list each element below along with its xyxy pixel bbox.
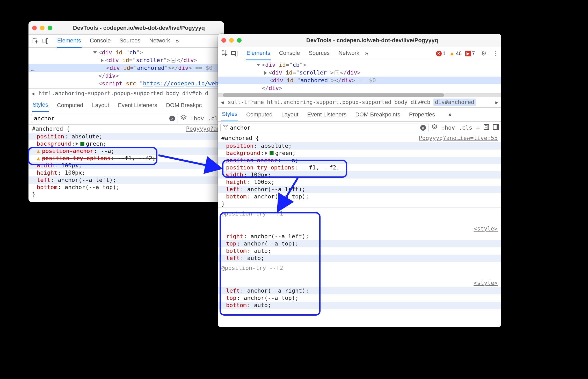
breadcrumb-item[interactable]: html.anchoring-support.popup-supported xyxy=(39,90,163,96)
tab-console[interactable]: Console xyxy=(89,34,111,48)
tab-network[interactable]: Network xyxy=(149,34,171,48)
zoom-icon[interactable] xyxy=(237,38,242,43)
styles-pane[interactable]: #anchored { Pogyyyq?ano…iew=live:55 posi… xyxy=(218,134,501,309)
color-swatch[interactable] xyxy=(80,142,84,146)
warning-icon: ▲ xyxy=(37,147,40,155)
tab-sources[interactable]: Sources xyxy=(119,34,141,48)
tab-sources[interactable]: Sources xyxy=(308,47,330,60)
main-toolbar: Elements Console Sources Network » xyxy=(28,35,224,48)
more-tabs-icon[interactable]: » xyxy=(365,50,368,57)
status-badges[interactable]: ✕1 ▲46 ▶7 ⚙ ⋮ xyxy=(436,50,499,57)
at-rule-header[interactable]: @position-try --f2 xyxy=(221,264,283,272)
breadcrumb-item[interactable]: html.anchoring-support.popup-supported xyxy=(267,99,391,105)
breadcrumb-item[interactable]: div#cb xyxy=(411,99,430,105)
rule-source-link[interactable]: Pogyyyq?an xyxy=(186,125,220,132)
minimize-icon[interactable] xyxy=(229,38,234,43)
svg-rect-2 xyxy=(46,39,48,44)
main-toolbar: Elements Console Sources Network » ✕1 ▲4… xyxy=(218,47,501,60)
styles-filterbar: anchor ✕ :hov .cls xyxy=(28,112,224,125)
hov-button[interactable]: :hov xyxy=(441,124,455,131)
breadcrumb[interactable]: ◀ sult-iframe html.anchoring-support.pop… xyxy=(218,97,501,108)
more-tabs-icon[interactable]: » xyxy=(176,38,178,44)
clear-icon[interactable]: ✕ xyxy=(169,116,175,121)
styles-subtabs: Styles Computed Layout Event Listeners D… xyxy=(218,108,501,122)
horizontal-scrollbar[interactable] xyxy=(218,93,501,97)
at-rule-header[interactable]: @position-try --f1 xyxy=(221,210,283,217)
computed-icon[interactable] xyxy=(484,124,489,131)
rule-source-link[interactable]: Pogyyyq?ano…iew=live:55 xyxy=(419,135,498,142)
filter-input[interactable]: anchor ✕ xyxy=(220,123,429,132)
tab-network[interactable]: Network xyxy=(338,47,360,60)
svg-rect-5 xyxy=(236,51,237,56)
tab-elements[interactable]: Elements xyxy=(246,47,271,60)
window-traffic-lights xyxy=(32,26,52,30)
breadcrumb-back-icon[interactable]: ◀ xyxy=(220,100,225,105)
breadcrumb-item[interactable]: sult-iframe xyxy=(228,99,264,105)
breadcrumb-forward-icon[interactable]: ▶ xyxy=(494,100,499,105)
new-rule-button[interactable]: + xyxy=(476,124,480,132)
filter-input[interactable]: anchor ✕ xyxy=(31,114,178,123)
subtab-dombp[interactable]: DOM Breakpoints xyxy=(355,108,401,121)
device-icon[interactable] xyxy=(40,38,50,44)
subtab-computed[interactable]: Computed xyxy=(246,108,273,121)
breadcrumb-back-icon[interactable]: ◀ xyxy=(31,91,35,96)
ellipsis-icon: ⋯ xyxy=(31,66,34,74)
error-count: 1 xyxy=(443,50,446,56)
subtab-computed[interactable]: Computed xyxy=(56,99,84,112)
subtab-properties[interactable]: Properties xyxy=(409,108,435,121)
window-title: DevTools - codepen.io/web-dot-dev/live/P… xyxy=(57,25,220,31)
more-subtabs-icon[interactable]: » xyxy=(448,111,451,118)
subtab-dombp[interactable]: DOM Breakpc xyxy=(165,99,202,112)
style-source-link[interactable]: <style> xyxy=(474,279,498,287)
subtab-layout[interactable]: Layout xyxy=(281,108,299,121)
tab-console[interactable]: Console xyxy=(279,47,301,60)
svg-rect-4 xyxy=(231,51,235,55)
breadcrumb[interactable]: ◀ html.anchoring-support.popup-supported… xyxy=(28,88,224,98)
window-traffic-lights xyxy=(221,38,242,43)
inspect-icon[interactable] xyxy=(31,38,40,44)
warning-icon: ▲ xyxy=(37,155,40,162)
elements-tree[interactable]: <div id="cb"> <div id="scroller">⋯</div>… xyxy=(218,60,501,93)
separator xyxy=(241,50,241,57)
subtab-eventlisteners[interactable]: Event Listeners xyxy=(307,108,347,121)
css-selector[interactable]: #anchored { xyxy=(221,135,259,142)
settings-icon[interactable]: ⚙ xyxy=(481,50,487,57)
color-swatch[interactable] xyxy=(270,151,274,155)
layers-icon[interactable] xyxy=(431,124,438,131)
filter-value: anchor xyxy=(34,115,54,122)
layers-icon[interactable] xyxy=(180,115,187,122)
info-count: 7 xyxy=(472,50,475,56)
cls-button[interactable]: .cls xyxy=(459,124,472,131)
subtab-layout[interactable]: Layout xyxy=(91,99,110,112)
funnel-icon xyxy=(223,124,228,131)
separator xyxy=(52,37,52,45)
hov-button[interactable]: :hov xyxy=(190,115,204,122)
inspect-icon[interactable] xyxy=(220,50,230,57)
styles-pane[interactable]: #anchored { Pogyyyq?an position: absolut… xyxy=(28,125,224,198)
kebab-icon[interactable]: ⋮ xyxy=(493,50,499,57)
warning-badge-icon: ▲ xyxy=(449,50,455,57)
tab-elements[interactable]: Elements xyxy=(57,34,82,48)
elements-tree[interactable]: <div id="cb"> <div id="scroller">⋯</div>… xyxy=(28,48,224,88)
error-badge-icon: ✕ xyxy=(436,51,442,56)
warning-count: 46 xyxy=(456,50,462,56)
breadcrumb-item[interactable]: d xyxy=(205,90,208,96)
breadcrumb-item[interactable]: body xyxy=(166,90,179,96)
close-icon[interactable] xyxy=(221,38,226,43)
breadcrumb-item[interactable]: body xyxy=(394,99,408,105)
styles-filterbar: anchor ✕ :hov .cls + xyxy=(218,122,501,134)
breadcrumb-item-selected[interactable]: div#anchored xyxy=(433,99,476,106)
panel-tabs: Elements Console Sources Network xyxy=(246,47,360,60)
zoom-icon[interactable] xyxy=(48,26,52,30)
minimize-icon[interactable] xyxy=(40,26,45,30)
subtab-styles[interactable]: Styles xyxy=(32,98,49,112)
device-icon[interactable] xyxy=(230,51,239,56)
dock-icon[interactable] xyxy=(493,124,499,131)
subtab-eventlisteners[interactable]: Event Listeners xyxy=(118,99,158,112)
clear-icon[interactable]: ✕ xyxy=(420,125,426,131)
breadcrumb-item[interactable]: div#cb xyxy=(182,90,202,96)
style-source-link[interactable]: <style> xyxy=(474,225,498,232)
close-icon[interactable] xyxy=(32,26,37,30)
subtab-styles[interactable]: Styles xyxy=(221,108,238,121)
css-selector[interactable]: #anchored { xyxy=(32,125,70,132)
